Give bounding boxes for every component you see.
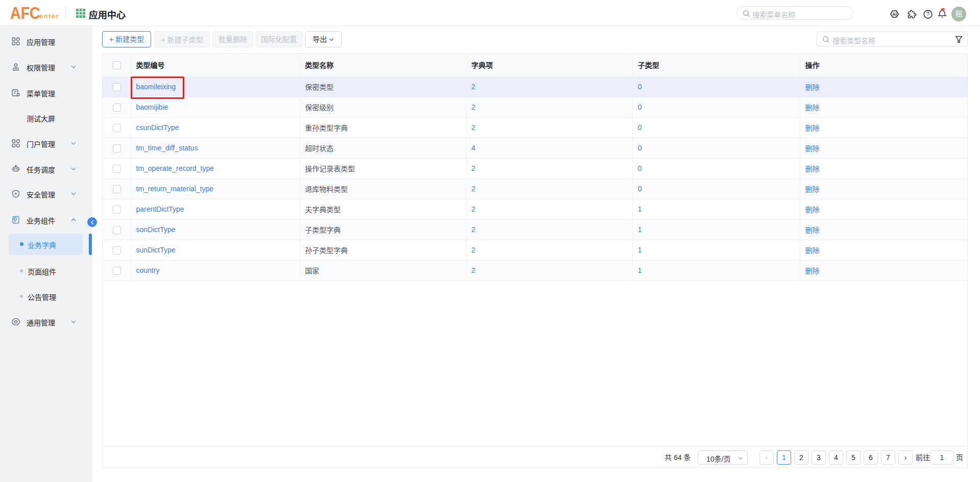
svg-text:AI: AI (892, 12, 897, 17)
svg-text:?: ? (926, 11, 929, 17)
